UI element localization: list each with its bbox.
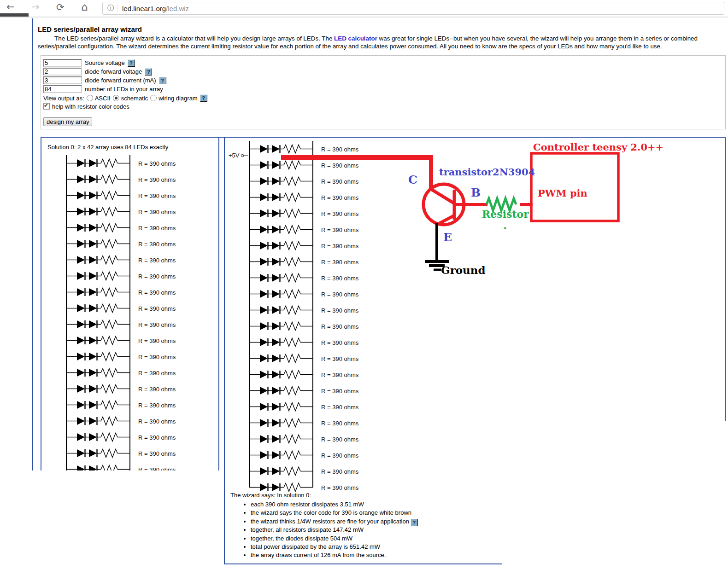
resistor-color-label: help with resistor color codes (52, 103, 129, 110)
radio-icon[interactable] (87, 95, 93, 101)
page-info-icon[interactable]: ⓘ (107, 4, 114, 12)
transistor-collector-lead (430, 189, 454, 203)
wizard-bullet: the wizard says the color code for 390 i… (251, 509, 488, 517)
led-string-row: R = 390 ohms (249, 350, 401, 366)
resistor-value-label: R = 390 ohms (138, 224, 176, 231)
form-field-input[interactable] (43, 59, 82, 67)
view-output-options: ASCII schematic wiring diagram (87, 95, 198, 102)
resistor-value-label: R = 390 ohms (138, 385, 176, 392)
led-string-schematic (66, 413, 130, 429)
help-icon[interactable]: ? (200, 94, 207, 102)
resistor-value-label: R = 390 ohms (321, 162, 358, 168)
radio-icon[interactable] (150, 95, 157, 101)
intro-paragraph: The LED series/parallel array wizard is … (38, 35, 719, 50)
resistor-value-label: R = 390 ohms (321, 307, 358, 314)
design-my-array-button[interactable]: design my array (43, 117, 92, 126)
resistor-color-checkbox[interactable] (43, 103, 50, 110)
form-field-input[interactable] (43, 85, 82, 93)
led-string-row: R = 390 ohms (249, 286, 401, 302)
resistor-value-label: R = 390 ohms (321, 323, 358, 330)
wizard-bullet: the wizard thinks 1/4W resistors are fin… (251, 518, 488, 526)
form-field-row: number of LEDs in your array ? (43, 85, 723, 93)
solution-box-right-border (725, 137, 726, 421)
intro-text-before: The LED series/parallel array wizard is … (54, 35, 334, 42)
led-string-row: R = 390 ohms (66, 155, 218, 171)
wizard-bullet-text: each 390 ohm resistor dissipates 3.51 mW (251, 501, 364, 508)
led-string-row: R = 390 ohms (249, 366, 401, 383)
view-output-radio[interactable]: ASCII (87, 95, 111, 102)
help-icon[interactable]: ? (159, 77, 166, 84)
led-string-schematic (66, 429, 130, 445)
led-string-schematic (249, 415, 313, 431)
form-field-row: Source voltage ? (43, 58, 723, 67)
page: ← → ⟳ ⌂ ⓘ led.linear1.org/led.wiz LED se… (0, 0, 728, 575)
forward-icon[interactable]: → (31, 1, 40, 12)
emitter-label: E (443, 231, 452, 244)
refresh-icon[interactable]: ⟳ (56, 2, 65, 13)
led-string-schematic (249, 463, 313, 479)
wizard-bullet-text: together, the diodes dissipate 504 mW (251, 535, 352, 542)
led-string-row: R = 390 ohms (66, 332, 218, 348)
wizard-bullet-text: together, all resistors dissipate 147.42… (251, 526, 364, 533)
resistor-value-label: R = 390 ohms (321, 258, 358, 265)
led-string-schematic (249, 302, 313, 318)
form-fields: Source voltage ? diode forward voltage ?… (43, 58, 723, 93)
solution-box-top-border (41, 137, 726, 138)
led-string-row: R = 390 ohms (249, 157, 401, 173)
led-string-schematic (249, 383, 313, 399)
led-string-schematic (66, 397, 130, 413)
controller-title-label: Controller teensy 2.0++ (533, 141, 663, 153)
resistor-value-label: R = 390 ohms (321, 210, 358, 217)
led-string-schematic (249, 157, 313, 173)
resistor-value-label: R = 390 ohms (138, 466, 176, 470)
view-output-radio[interactable]: schematic (113, 95, 148, 102)
led-rows: R = 390 ohms R = 390 ohms (66, 155, 218, 470)
led-string-row: R = 390 ohms (249, 318, 401, 334)
form-field-input[interactable] (43, 68, 82, 76)
radio-icon[interactable] (113, 95, 119, 101)
view-output-radio[interactable]: wiring diagram (150, 95, 198, 102)
url-divider (117, 5, 118, 12)
back-icon[interactable]: ← (6, 1, 15, 12)
resistor-value-label: R = 390 ohms (321, 339, 358, 346)
view-output-label: View output as: (43, 95, 84, 102)
base-label: B (471, 186, 481, 199)
resistor-value-label: R = 390 ohms (321, 484, 358, 491)
collector-wire-drop (429, 155, 433, 190)
resistor-annotation-dot: . (503, 219, 507, 232)
help-icon[interactable]: ? (145, 68, 152, 76)
led-calculator-link[interactable]: LED calculator (334, 35, 377, 42)
wizard-bullet-text: the wizard says the color code for 390 i… (251, 509, 411, 516)
form-field-input[interactable] (43, 76, 82, 84)
led-string-schematic (249, 447, 313, 463)
home-icon[interactable]: ⌂ (81, 1, 88, 13)
resistor-value-label: R = 390 ohms (138, 369, 176, 376)
led-string-schematic (249, 173, 313, 189)
led-string-schematic (66, 203, 130, 220)
resistor-value-label: R = 390 ohms (321, 226, 358, 233)
help-icon[interactable]: ? (411, 519, 418, 526)
wizard-bullet-list: each 390 ohm resistor dissipates 3.51 mW… (230, 501, 488, 560)
form-field-row: diode forward current (mA) ? (43, 76, 723, 85)
resistor-value-label: R = 390 ohms (138, 240, 176, 247)
led-string-row: R = 390 ohms (66, 203, 218, 220)
resistor-value-label: R = 390 ohms (138, 401, 176, 408)
led-string-schematic (66, 300, 130, 316)
resistor-value-label: R = 390 ohms (138, 176, 176, 183)
resistor-value-label: R = 390 ohms (138, 353, 176, 360)
address-bar[interactable]: ⓘ led.linear1.org/led.wiz (102, 2, 724, 15)
led-string-schematic (249, 399, 313, 415)
led-string-row: R = 390 ohms (66, 348, 218, 365)
form-field-label: number of LEDs in your array (85, 86, 163, 93)
supply-label: +5V (229, 152, 248, 159)
led-string-row: R = 390 ohms (249, 238, 401, 254)
resistor-value-label: R = 390 ohms (321, 403, 358, 410)
resistor-value-label: R = 390 ohms (321, 436, 358, 442)
wizard-bullet: together, all resistors dissipate 147.42… (251, 526, 488, 534)
led-string-schematic (249, 238, 313, 254)
led-string-row: R = 390 ohms (249, 254, 401, 270)
led-string-schematic (249, 254, 313, 270)
led-string-schematic (249, 205, 313, 221)
led-string-row: R = 390 ohms (66, 365, 218, 381)
help-icon[interactable]: ? (128, 59, 135, 67)
